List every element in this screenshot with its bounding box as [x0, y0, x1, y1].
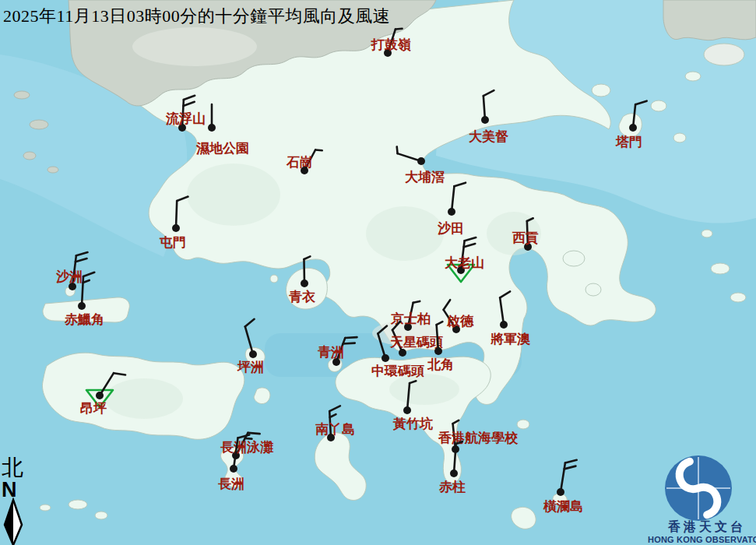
station-dot — [78, 302, 86, 310]
station-label: 北角 — [427, 357, 454, 372]
station-dot — [481, 116, 489, 124]
station-label: 流浮山 — [165, 111, 206, 126]
islet — [585, 283, 601, 296]
station-dot — [96, 392, 104, 399]
hko-logo-name-en: HONG KONG OBSERVATORY — [648, 535, 756, 544]
islet — [69, 500, 87, 509]
islet — [592, 84, 610, 97]
terrain-texture — [187, 164, 280, 226]
station-label: 坪洲 — [237, 360, 264, 374]
map-canvas: 打鼓嶺流浮山濕地公園石崗大埔滘沙田大美督塔門屯門沙洲赤鱲角大老山西貢青衣京士柏啟… — [0, 0, 756, 545]
station-dot — [417, 157, 425, 165]
islet — [673, 133, 686, 142]
compass-north-cn: 北 — [2, 455, 23, 480]
station-label: 昂坪 — [80, 401, 107, 416]
islet — [563, 251, 585, 266]
station-dot — [382, 354, 389, 362]
islet — [711, 263, 730, 274]
station-label: 大埔滘 — [405, 170, 445, 185]
islet — [95, 512, 107, 519]
station-dot — [450, 469, 458, 477]
station-label: 濕地公園 — [195, 141, 249, 156]
station-label: 香港航海學校 — [438, 431, 519, 445]
station-label: 黃竹坑 — [392, 416, 433, 431]
station-label: 塔門 — [615, 135, 642, 149]
station-dot — [208, 124, 216, 132]
station-label: 打鼓嶺 — [371, 37, 411, 52]
terrain-texture — [366, 206, 444, 261]
station-dot — [448, 208, 455, 216]
islet — [23, 152, 36, 160]
station-label: 大老山 — [445, 255, 484, 270]
islet — [14, 91, 30, 99]
station-dot — [249, 350, 257, 358]
islet — [685, 72, 701, 81]
islet — [40, 505, 51, 511]
islet — [47, 167, 58, 173]
station-dot — [172, 224, 180, 232]
islet — [30, 120, 48, 129]
map-title: 2025年11月13日03時00分的十分鐘平均風向及風速 — [3, 5, 390, 28]
station-label: 長洲 — [218, 476, 244, 491]
station-label: 沙洲 — [55, 269, 83, 284]
compass-north-en: N — [2, 478, 17, 501]
station-dot — [629, 124, 637, 132]
station-label: 中環碼頭 — [371, 364, 424, 378]
wind-map: 打鼓嶺流浮山濕地公園石崗大埔滘沙田大美督塔門屯門沙洲赤鱲角大老山西貢青衣京士柏啟… — [0, 0, 756, 545]
station-dot — [557, 488, 564, 496]
islet — [270, 275, 278, 283]
station-label: 將軍澳 — [490, 332, 531, 346]
station-label: 西貢 — [512, 230, 539, 245]
landmass-top-right — [663, 0, 756, 40]
islet — [704, 44, 744, 65]
station-dot — [403, 406, 411, 414]
station-dot — [301, 280, 308, 287]
station-dot — [230, 465, 237, 473]
station-label: 南丫島 — [315, 422, 355, 437]
island-hei-ling-chau — [254, 388, 270, 404]
station-label: 大美督 — [469, 128, 508, 144]
islet — [730, 293, 746, 302]
urban-texture — [132, 27, 257, 66]
station-label: 青衣 — [289, 290, 316, 304]
station-label: 赤柱 — [438, 480, 466, 494]
station-dot — [500, 321, 508, 329]
station-label: 石崗 — [286, 155, 313, 170]
station-label: 啟德 — [446, 314, 474, 329]
islet — [651, 100, 666, 111]
islet — [701, 230, 712, 237]
islet — [517, 420, 529, 429]
station-dot — [399, 349, 406, 357]
station-label: 沙田 — [437, 221, 464, 236]
wind-barb-stem — [176, 201, 177, 228]
station-label: 橫瀾島 — [543, 499, 583, 514]
station-label: 京士柏 — [390, 311, 431, 326]
station-label: 赤鱲角 — [64, 312, 104, 327]
station-label: 青洲 — [318, 345, 344, 360]
station-label: 長洲泳灘 — [220, 440, 274, 455]
terrain-texture — [105, 378, 183, 419]
station-label: 天星碼頭 — [389, 335, 443, 350]
hko-logo-name-cn: 香港天文台 — [667, 519, 746, 533]
terrain-texture — [389, 374, 459, 405]
station-dot — [434, 347, 442, 355]
station-label: 屯門 — [159, 235, 186, 250]
